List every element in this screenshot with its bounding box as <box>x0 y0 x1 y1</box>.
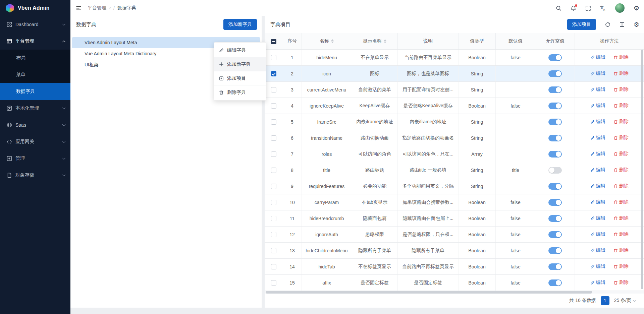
row-checkbox[interactable] <box>271 119 276 125</box>
select-all-checkbox[interactable] <box>271 39 276 44</box>
sidebar-item-localization[interactable]: 本地化管理 <box>0 100 70 117</box>
cell-value-type: Boolean <box>459 227 495 243</box>
row-checkbox[interactable] <box>271 216 276 221</box>
delete-button[interactable]: 删除 <box>613 119 629 125</box>
allow-null-toggle[interactable] <box>548 135 562 141</box>
allow-null-toggle[interactable] <box>548 103 562 109</box>
delete-button[interactable]: 删除 <box>613 135 629 141</box>
edit-button[interactable]: 编辑 <box>590 215 605 221</box>
edit-button[interactable]: 编辑 <box>590 103 605 109</box>
cell-description: 内嵌iframe的地址 <box>397 114 459 130</box>
sidebar-item-saas[interactable]: Saas <box>0 117 70 133</box>
allow-null-toggle[interactable] <box>548 199 562 206</box>
delete-button[interactable]: 删除 <box>613 151 629 157</box>
edit-button[interactable]: 编辑 <box>590 183 605 189</box>
row-checkbox[interactable] <box>271 184 276 189</box>
cell-description: 是否忽略KeepAlive缓存 <box>397 98 459 114</box>
delete-button[interactable]: 删除 <box>613 86 629 92</box>
row-checkbox[interactable] <box>271 248 276 253</box>
delete-button[interactable]: 删除 <box>613 247 629 253</box>
fullscreen-icon[interactable] <box>585 5 591 11</box>
page-size-select[interactable]: 25 条/页 <box>614 298 635 304</box>
allow-null-toggle[interactable] <box>548 151 562 158</box>
edit-button[interactable]: 编辑 <box>590 135 605 141</box>
table-toolbar: 添加项目 ⚙ <box>567 19 639 30</box>
row-checkbox[interactable] <box>271 280 276 286</box>
allow-null-toggle[interactable] <box>548 167 562 174</box>
allow-null-toggle[interactable] <box>548 119 562 125</box>
allow-null-toggle[interactable] <box>548 231 562 238</box>
search-icon[interactable] <box>556 5 561 11</box>
allow-null-toggle[interactable] <box>548 70 562 77</box>
app-logo[interactable]: Vben Admin <box>0 0 70 16</box>
delete-button[interactable]: 删除 <box>613 183 629 189</box>
edit-button[interactable]: 编辑 <box>590 279 605 286</box>
refresh-icon[interactable] <box>605 22 610 27</box>
edit-button[interactable]: 编辑 <box>590 199 605 205</box>
add-dictionary-button[interactable]: 添加新字典 <box>223 19 257 30</box>
sort-icon[interactable] <box>331 39 334 43</box>
context-menu-edit-dictionary[interactable]: 编辑字典 <box>214 43 266 57</box>
breadcrumb-parent[interactable]: 平台管理 <box>88 5 106 11</box>
avatar[interactable] <box>615 3 625 13</box>
context-menu-add-dictionary[interactable]: 添加新字典 <box>214 57 266 71</box>
row-checkbox[interactable] <box>271 168 276 173</box>
notification-bell-icon[interactable] <box>571 5 576 11</box>
scrollbar-thumb[interactable] <box>266 291 592 294</box>
settings-gear-icon[interactable]: ⚙ <box>634 5 639 11</box>
sidebar-item-object-storage[interactable]: 对象存储 <box>0 167 70 184</box>
edit-button[interactable]: 编辑 <box>590 151 605 157</box>
allow-null-toggle[interactable] <box>548 279 562 286</box>
vertical-scrollbar[interactable] <box>641 50 643 289</box>
edit-button[interactable]: 编辑 <box>590 263 605 269</box>
delete-button[interactable]: 删除 <box>613 215 629 221</box>
delete-button[interactable]: 删除 <box>613 279 629 286</box>
context-menu-delete-dictionary[interactable]: 删除字典 <box>214 85 266 100</box>
row-checkbox[interactable] <box>271 135 276 141</box>
edit-button[interactable]: 编辑 <box>590 119 605 125</box>
row-checkbox[interactable] <box>271 232 276 237</box>
delete-button[interactable]: 删除 <box>613 103 629 109</box>
sidebar-item-management[interactable]: 管理 <box>0 150 70 167</box>
page-button-1[interactable]: 1 <box>601 296 609 305</box>
sort-icon[interactable] <box>384 39 386 43</box>
edit-button[interactable]: 编辑 <box>590 54 605 60</box>
context-menu-add-item[interactable]: 添加项目 <box>214 71 266 85</box>
edit-button[interactable]: 编辑 <box>590 247 605 253</box>
sidebar-item-menu[interactable]: 菜单 <box>0 66 70 83</box>
row-checkbox[interactable] <box>271 200 276 205</box>
delete-button[interactable]: 删除 <box>613 70 629 76</box>
delete-button[interactable]: 删除 <box>613 167 629 173</box>
horizontal-scrollbar[interactable] <box>265 291 644 294</box>
allow-null-toggle[interactable] <box>548 54 562 61</box>
menu-collapse-icon[interactable] <box>76 5 82 11</box>
allow-null-toggle[interactable] <box>548 215 562 222</box>
row-checkbox[interactable] <box>271 151 276 157</box>
edit-button[interactable]: 编辑 <box>590 86 605 92</box>
delete-button[interactable]: 删除 <box>613 231 629 237</box>
sidebar-item-app-gateway[interactable]: 应用网关 <box>0 133 70 150</box>
settings-gear-icon[interactable]: ⚙ <box>634 21 639 28</box>
row-checkbox[interactable] <box>271 71 276 76</box>
row-checkbox[interactable] <box>271 55 276 60</box>
sidebar-item-dashboard[interactable]: Dashboard <box>0 16 70 33</box>
sidebar-item-layout[interactable]: 布局 <box>0 50 70 66</box>
delete-button[interactable]: 删除 <box>613 54 629 60</box>
allow-null-toggle[interactable] <box>548 263 562 270</box>
edit-button[interactable]: 编辑 <box>590 231 605 237</box>
allow-null-toggle[interactable] <box>548 183 562 190</box>
edit-button[interactable]: 编辑 <box>590 167 605 173</box>
row-checkbox[interactable] <box>271 87 276 92</box>
allow-null-toggle[interactable] <box>548 86 562 93</box>
row-checkbox[interactable] <box>271 264 276 269</box>
allow-null-toggle[interactable] <box>548 247 562 254</box>
add-item-button[interactable]: 添加项目 <box>567 19 596 30</box>
delete-button[interactable]: 删除 <box>613 263 629 269</box>
delete-button[interactable]: 删除 <box>613 199 629 205</box>
column-height-icon[interactable] <box>619 22 625 27</box>
edit-button[interactable]: 编辑 <box>590 70 605 76</box>
translate-icon[interactable]: 文A <box>600 5 606 11</box>
sidebar-item-platform-management[interactable]: 平台管理 <box>0 33 70 50</box>
sidebar-item-data-dictionary[interactable]: 数据字典 <box>0 83 70 100</box>
row-checkbox[interactable] <box>271 103 276 109</box>
